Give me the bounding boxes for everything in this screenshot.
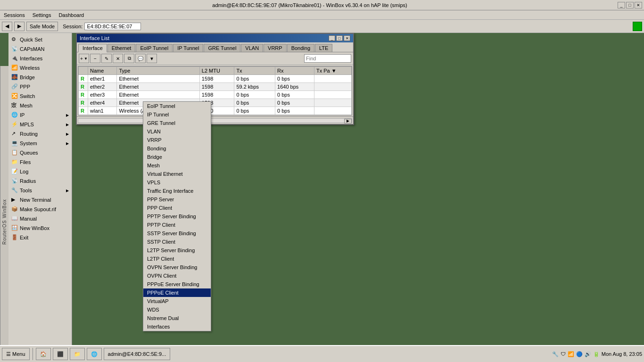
dropdown-pppoe-server[interactable]: PPPoE Server Binding bbox=[143, 280, 211, 288]
dropdown-l2tp-server[interactable]: L2TP Server Binding bbox=[143, 246, 211, 255]
taskbar-icon4[interactable]: 🌐 bbox=[87, 348, 102, 360]
tab-gre-tunnel[interactable]: GRE Tunnel bbox=[204, 44, 240, 52]
dropdown-sstp-client[interactable]: SSTP Client bbox=[143, 238, 211, 246]
dropdown-vlan[interactable]: VLAN bbox=[143, 127, 211, 136]
edit-button[interactable]: ✎ bbox=[101, 54, 112, 63]
close-window-button[interactable]: ✕ bbox=[635, 2, 642, 8]
sidebar-item-system[interactable]: 💻 System bbox=[8, 139, 72, 148]
window-maximize-button[interactable]: □ bbox=[336, 35, 343, 41]
sessions-menu[interactable]: Sessions bbox=[2, 11, 27, 19]
dropdown-nstreme-dual[interactable]: Nstreme Dual bbox=[143, 314, 211, 322]
minimize-button[interactable]: _ bbox=[618, 2, 625, 8]
dropdown-vrrp[interactable]: VRRP bbox=[143, 136, 211, 144]
taskbar-icon1[interactable]: 🏠 bbox=[36, 348, 51, 360]
find-input[interactable] bbox=[304, 54, 351, 63]
table-row[interactable]: R ether4 Ethernet 1598 0 bps 0 bps bbox=[79, 99, 352, 107]
dropdown-interfaces[interactable]: Interfaces bbox=[143, 322, 211, 331]
taskbar-icon3[interactable]: 📁 bbox=[70, 348, 85, 360]
dropdown-sstp-server[interactable]: SSTP Server Binding bbox=[143, 229, 211, 238]
dropdown-virtualap[interactable]: VirtualAP bbox=[143, 297, 211, 305]
dropdown-traffic-eng[interactable]: Traffic Eng Interface bbox=[143, 187, 211, 195]
sidebar-item-interfaces[interactable]: 🔌 Interfaces bbox=[8, 54, 72, 63]
filter-button[interactable]: ▼ bbox=[147, 54, 157, 63]
sidebar-item-wireless[interactable]: 📶 Wireless bbox=[8, 63, 72, 73]
copy-button[interactable]: ⧉ bbox=[124, 54, 134, 63]
tab-eoip-tunnel[interactable]: EoIP Tunnel bbox=[136, 44, 173, 52]
dropdown-bonding[interactable]: Bonding bbox=[143, 144, 211, 153]
sidebar-item-ppp[interactable]: 🔗 PPP bbox=[8, 82, 72, 91]
dropdown-mesh[interactable]: Mesh bbox=[143, 161, 211, 170]
dropdown-wds[interactable]: WDS bbox=[143, 305, 211, 314]
dropdown-bridge[interactable]: Bridge bbox=[143, 153, 211, 161]
sidebar-item-mpls[interactable]: ⚡ MPLS bbox=[8, 120, 72, 129]
sidebar-item-supout[interactable]: 📦 Make Supout.rif bbox=[8, 205, 72, 214]
tab-ethernet[interactable]: Ethernet bbox=[107, 44, 136, 52]
sidebar-item-log[interactable]: 📝 Log bbox=[8, 167, 72, 176]
col-header-name[interactable]: Name bbox=[88, 67, 117, 75]
tab-ip-tunnel[interactable]: IP Tunnel bbox=[173, 44, 203, 52]
window-close-button[interactable]: ✕ bbox=[344, 35, 350, 41]
tab-bonding[interactable]: Bonding bbox=[287, 44, 314, 52]
table-row[interactable]: R ether2 Ethernet 1598 59.2 kbps 1640 bp… bbox=[79, 83, 352, 91]
safe-mode-button[interactable]: Safe Mode bbox=[26, 22, 58, 31]
comment-button[interactable]: 💬 bbox=[135, 54, 146, 63]
horizontal-scrollbar[interactable]: ▶ bbox=[77, 116, 353, 124]
dropdown-ovpn-server[interactable]: OVPN Server Binding bbox=[143, 263, 211, 272]
tab-interface[interactable]: Interface bbox=[78, 44, 107, 52]
dropdown-l2tp-client[interactable]: L2TP Client bbox=[143, 255, 211, 263]
sidebar-item-tools[interactable]: 🔧 Tools bbox=[8, 186, 72, 195]
col-header-type[interactable]: Type bbox=[117, 67, 199, 75]
sidebar-item-quickset[interactable]: ⚙ Quick Set bbox=[8, 35, 72, 44]
dropdown-pppoe-client[interactable]: PPPoE Client bbox=[143, 288, 211, 297]
sidebar-item-ip[interactable]: 🌐 IP bbox=[8, 110, 72, 120]
forward-button[interactable]: ▶ bbox=[14, 22, 25, 31]
remove-button[interactable]: − bbox=[90, 54, 100, 63]
dropdown-ppp-client[interactable]: PPP Client bbox=[143, 204, 211, 212]
dropdown-ovpn-client[interactable]: OVPN Client bbox=[143, 272, 211, 280]
dropdown-gre-tunnel[interactable]: GRE Tunnel bbox=[143, 119, 211, 127]
add-button[interactable]: +▼ bbox=[79, 54, 89, 63]
cell-l2mtu: 1598 bbox=[199, 91, 234, 99]
col-header-rx[interactable]: Rx bbox=[275, 67, 314, 75]
sidebar-item-mesh[interactable]: 🕸 Mesh bbox=[8, 101, 72, 110]
table-row[interactable]: R ether1 Ethernet 1598 0 bps 0 bps bbox=[79, 75, 352, 83]
sidebar-item-terminal[interactable]: ▶ New Terminal bbox=[8, 195, 72, 205]
sidebar-item-switch[interactable]: 🔀 Switch bbox=[8, 91, 72, 101]
col-header-tx[interactable]: Tx bbox=[234, 67, 275, 75]
taskbar-icon2[interactable]: ⬛ bbox=[53, 348, 68, 360]
sidebar-item-bridge[interactable]: 🌉 Bridge bbox=[8, 73, 72, 82]
scroll-right-button[interactable]: ▶ bbox=[344, 119, 352, 123]
start-menu-button[interactable]: ☰ Menu bbox=[2, 348, 30, 360]
dropdown-vpls[interactable]: VPLS bbox=[143, 178, 211, 187]
tab-vrrp[interactable]: VRRP bbox=[264, 44, 287, 52]
back-button[interactable]: ◀ bbox=[2, 22, 12, 31]
dropdown-pptp-client[interactable]: PPTP Client bbox=[143, 221, 211, 229]
col-header-txpa[interactable]: Tx Pa ▼ bbox=[314, 67, 351, 75]
dropdown-virtual-ethernet[interactable]: Virtual Ethernet bbox=[143, 170, 211, 178]
taskbar-session[interactable]: admin@E4:8D:8C:5E:9... bbox=[104, 348, 171, 360]
sidebar-item-radius[interactable]: 📡 Radius bbox=[8, 176, 72, 186]
tab-lte[interactable]: LTE bbox=[315, 44, 332, 52]
dropdown-pptp-server[interactable]: PPTP Server Binding bbox=[143, 212, 211, 221]
sidebar-item-capsman[interactable]: 📡 CAPsMAN bbox=[8, 44, 72, 54]
tab-vlan[interactable]: VLAN bbox=[241, 44, 263, 52]
sidebar-item-files[interactable]: 📁 Files bbox=[8, 157, 72, 167]
sidebar-item-manual[interactable]: 📖 Manual bbox=[8, 214, 72, 223]
cell-rx: 0 bps bbox=[275, 99, 314, 107]
sidebar-item-queues[interactable]: 📋 Queues bbox=[8, 148, 72, 157]
sidebar-item-routing[interactable]: ↗ Routing bbox=[8, 129, 72, 139]
dropdown-ip-tunnel[interactable]: IP Tunnel bbox=[143, 110, 211, 119]
settings-menu[interactable]: Settings bbox=[31, 11, 53, 19]
sidebar-item-exit[interactable]: 🚪 Exit bbox=[8, 233, 72, 242]
dropdown-ppp-server[interactable]: PPP Server bbox=[143, 195, 211, 204]
disable-button[interactable]: ✕ bbox=[113, 54, 123, 63]
window-minimize-button[interactable]: _ bbox=[329, 35, 335, 41]
table-row[interactable]: R ether3 Ethernet 1598 0 bps 0 bps bbox=[79, 91, 352, 99]
col-header-flag[interactable] bbox=[79, 67, 88, 75]
table-row[interactable]: R wlan1 Wireless (Atheros A... 1600 0 bp… bbox=[79, 107, 352, 115]
dropdown-eoip-tunnel[interactable]: EoIP Tunnel bbox=[143, 102, 211, 110]
maximize-button[interactable]: □ bbox=[626, 2, 634, 8]
dashboard-menu[interactable]: Dashboard bbox=[57, 11, 86, 19]
col-header-l2mtu[interactable]: L2 MTU bbox=[199, 67, 234, 75]
sidebar-item-newwinbox[interactable]: 🪟 New WinBox bbox=[8, 223, 72, 233]
